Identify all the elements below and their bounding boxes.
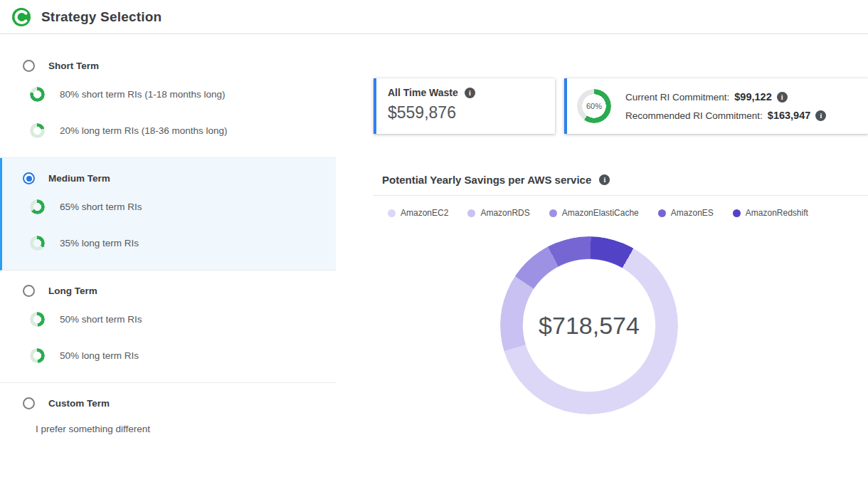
ri-split-icon (30, 348, 45, 363)
summary-panel: All Time Waste $559,876 60% Current RI C… (336, 34, 868, 414)
ri-split-icon (30, 123, 45, 138)
strategy-option: 50% long term RIs (0, 337, 336, 374)
ri-split-icon (30, 87, 45, 102)
app-logo (11, 7, 31, 27)
info-icon[interactable] (777, 92, 788, 103)
legend-dot (467, 209, 475, 217)
strategy-label: Medium Term (48, 173, 110, 184)
radio-medium-term[interactable] (23, 172, 35, 184)
legend-label: AmazonRDS (480, 208, 529, 218)
legend-label: AmazonES (671, 208, 714, 218)
legend-dot (549, 209, 557, 217)
option-label: 20% long term RIs (18-36 months long) (60, 125, 228, 136)
radio-row-short-term[interactable]: Short Term (0, 56, 336, 76)
ri-split-icon (30, 236, 45, 251)
strategy-group-long-term: Long Term 50% short term RIs 50% long te… (0, 271, 336, 383)
legend-label: AmazonEC2 (401, 208, 448, 218)
option-label: 50% short term RIs (60, 314, 142, 325)
legend-item[interactable]: AmazonRDS (467, 208, 529, 218)
savings-donut-chart: $718,574 (500, 236, 678, 414)
savings-chart-section: Potential Yearly Savings per AWS service… (374, 174, 868, 414)
commitment-progress-ring: 60% (577, 89, 611, 123)
ri-split-icon (30, 199, 45, 214)
strategy-selection-page: Strategy Selection Short Term 80% short … (0, 0, 868, 492)
ri-split-icon (30, 312, 45, 327)
radio-custom-term[interactable] (23, 397, 35, 409)
strategy-option: 50% short term RIs (0, 301, 336, 337)
legend-dot (388, 209, 396, 217)
info-icon[interactable] (815, 110, 826, 121)
strategy-label: Short Term (48, 61, 99, 71)
progress-ring-label: 60% (577, 89, 611, 123)
donut-center-value: $718,574 (500, 236, 678, 414)
strategy-option: 65% short term RIs (2, 189, 336, 225)
chart-title: Potential Yearly Savings per AWS service (382, 174, 591, 186)
recommended-commitment-label: Recommended RI Commitment: (625, 110, 763, 121)
info-icon[interactable] (465, 88, 475, 98)
strategy-option: 80% short term RIs (1-18 months long) (0, 76, 336, 112)
legend-label: AmazonElastiCache (562, 208, 639, 218)
chart-legend: AmazonEC2AmazonRDSAmazonElastiCacheAmazo… (374, 196, 868, 218)
radio-long-term[interactable] (23, 285, 35, 297)
waste-card-title: All Time Waste (388, 87, 458, 98)
option-label: 35% long term RIs (60, 238, 139, 248)
option-label: 50% long term RIs (60, 350, 139, 361)
waste-card-value: $559,876 (388, 103, 544, 122)
legend-item[interactable]: AmazonEC2 (388, 208, 448, 218)
recommended-commitment-value: $163,947 (768, 110, 810, 121)
page-title: Strategy Selection (41, 9, 162, 25)
strategy-option: 35% long term RIs (2, 225, 336, 261)
option-label: 80% short term RIs (1-18 months long) (60, 89, 226, 100)
strategy-group-custom-term: Custom Term I prefer something different (0, 383, 336, 447)
legend-item[interactable]: AmazonRedshift (733, 208, 808, 218)
legend-item[interactable]: AmazonElastiCache (549, 208, 639, 218)
strategy-label: Long Term (48, 286, 97, 296)
radio-short-term[interactable] (23, 60, 35, 72)
option-label: 65% short term RIs (60, 201, 142, 212)
custom-term-description: I prefer something different (0, 414, 336, 439)
info-icon[interactable] (599, 174, 610, 185)
strategy-group-medium-term: Medium Term 65% short term RIs 35% long … (0, 158, 336, 271)
legend-label: AmazonRedshift (746, 208, 808, 218)
strategy-group-short-term: Short Term 80% short term RIs (1-18 mont… (0, 46, 336, 158)
current-commitment-label: Current RI Commitment: (625, 92, 729, 103)
strategy-option: 20% long term RIs (18-36 months long) (0, 112, 336, 149)
legend-dot (658, 209, 666, 217)
all-time-waste-card: All Time Waste $559,876 (374, 78, 555, 134)
strategy-list: Short Term 80% short term RIs (1-18 mont… (0, 34, 336, 447)
radio-row-long-term[interactable]: Long Term (0, 281, 336, 301)
strategy-label: Custom Term (48, 398, 110, 409)
legend-dot (733, 209, 741, 217)
radio-row-medium-term[interactable]: Medium Term (2, 168, 336, 189)
current-commitment-value: $99,122 (734, 91, 771, 103)
radio-row-custom-term[interactable]: Custom Term (0, 393, 336, 414)
page-header: Strategy Selection (0, 0, 868, 34)
legend-item[interactable]: AmazonES (658, 208, 714, 218)
ri-commitment-card: 60% Current RI Commitment: $99,122 Recom… (564, 78, 868, 134)
